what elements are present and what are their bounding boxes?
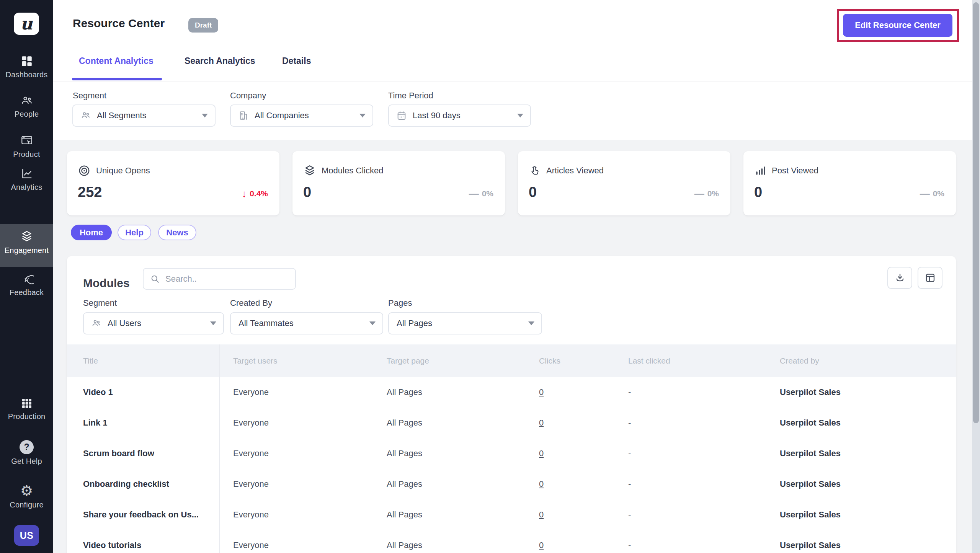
tab-content-analytics[interactable]: Content Analytics — [79, 56, 154, 66]
cell-title: Onboarding checklist — [83, 479, 169, 489]
modules-pages-value: All Pages — [397, 318, 432, 328]
tab-search-analytics[interactable]: Search Analytics — [185, 56, 255, 66]
download-icon — [894, 272, 906, 284]
clicks-link[interactable]: 0 — [539, 418, 544, 428]
sidebar-item-label: Production — [0, 412, 53, 421]
column-header-clicks: Clicks — [539, 356, 560, 365]
pill-help[interactable]: Help — [118, 225, 151, 240]
page-title: Resource Center — [73, 17, 165, 30]
clicks-link[interactable]: 0 — [539, 449, 544, 458]
cell-title: Video 1 — [83, 387, 113, 397]
sidebar-item-analytics[interactable]: Analytics — [0, 167, 53, 192]
modules-pages-select[interactable]: All Pages — [388, 312, 542, 334]
annotation-highlight-box: Edit Resource Center — [837, 9, 959, 42]
cell-created-by: Userpilot Sales — [780, 418, 841, 428]
building-icon — [238, 110, 249, 121]
cell-title: Share your feedback on Us... — [83, 510, 199, 520]
stat-card-delta: — 0% — [469, 189, 493, 199]
tap-icon — [529, 164, 541, 177]
table-row: Video tutorials Everyone All Pages 0 - U… — [67, 530, 956, 553]
modules-segment-select[interactable]: All Users — [83, 312, 224, 334]
cell-target-users: Everyone — [233, 449, 269, 458]
sidebar-item-dashboards[interactable]: Dashboards — [0, 55, 53, 79]
sidebar-item-label: Dashboards — [0, 70, 53, 79]
users-icon — [80, 110, 91, 121]
stat-card-label: Post Viewed — [772, 166, 818, 176]
tab-details[interactable]: Details — [282, 56, 311, 66]
feedback-bubble-icon — [0, 272, 53, 285]
table-row: Share your feedback on Us... Everyone Al… — [67, 499, 956, 530]
chevron-down-icon — [202, 114, 208, 117]
search-icon — [150, 274, 160, 284]
column-header-target-users: Target users — [233, 356, 278, 365]
column-header-last-clicked: Last clicked — [628, 356, 670, 365]
scrollbar-thumb[interactable] — [973, 2, 979, 423]
cell-target-page: All Pages — [387, 418, 422, 428]
clicks-link[interactable]: 0 — [539, 510, 544, 520]
pill-news[interactable]: News — [158, 225, 196, 240]
stat-card-modules-clicked: Modules Clicked 0 — 0% — [292, 151, 505, 215]
company-select-value: All Companies — [255, 111, 309, 121]
sidebar-item-get-help[interactable]: ? Get Help — [0, 440, 53, 466]
modules-segment-label: Segment — [83, 298, 117, 308]
header-divider — [53, 82, 980, 82]
sidebar-item-label: People — [0, 110, 53, 119]
scrollbar-track[interactable] — [972, 0, 980, 553]
column-header-title: Title — [83, 356, 98, 365]
stat-card-label: Unique Opens — [96, 166, 150, 176]
modules-search[interactable] — [143, 268, 296, 290]
chevron-down-icon — [528, 321, 534, 325]
sidebar-item-label: Feedback — [0, 288, 53, 297]
flat-dash-icon: — — [469, 189, 479, 199]
production-grid-icon — [0, 397, 53, 409]
cell-last-clicked: - — [628, 418, 631, 428]
cell-last-clicked: - — [628, 479, 631, 489]
cell-target-users: Everyone — [233, 540, 269, 550]
flat-dash-icon: — — [694, 189, 704, 199]
download-button[interactable] — [887, 267, 912, 289]
pill-home[interactable]: Home — [71, 225, 112, 240]
stat-card-delta: ↓ 0.4% — [242, 189, 268, 199]
columns-settings-button[interactable] — [918, 267, 942, 289]
sidebar-item-people[interactable]: People — [0, 94, 53, 119]
stat-card-unique-opens: Unique Opens 252 ↓ 0.4% — [67, 151, 279, 215]
sidebar-item-production[interactable]: Production — [0, 397, 53, 421]
cell-target-users: Everyone — [233, 387, 269, 397]
cell-last-clicked: - — [628, 387, 631, 397]
cell-target-page: All Pages — [387, 387, 422, 397]
stat-card-post-viewed: Post Viewed 0 — 0% — [743, 151, 956, 215]
cell-created-by: Userpilot Sales — [780, 510, 841, 520]
time-period-select[interactable]: Last 90 days — [388, 104, 531, 127]
cell-title: Scrum board flow — [83, 449, 154, 458]
company-select[interactable]: All Companies — [230, 104, 373, 127]
search-input[interactable] — [165, 274, 280, 284]
sidebar-item-product[interactable]: Product — [0, 134, 53, 159]
clicks-link[interactable]: 0 — [539, 387, 544, 397]
stat-card-value: 0 — [754, 184, 762, 201]
sidebar-item-configure[interactable]: ⚙ Configure — [0, 484, 53, 509]
sidebar-item-feedback[interactable]: Feedback — [0, 272, 53, 297]
stat-card-delta: — 0% — [920, 189, 944, 199]
cell-created-by: Userpilot Sales — [780, 540, 841, 550]
column-header-target-page: Target page — [387, 356, 429, 365]
segment-select[interactable]: All Segments — [72, 104, 216, 127]
cell-created-by: Userpilot Sales — [780, 449, 841, 458]
column-header-created-by: Created by — [780, 356, 819, 365]
stat-card-value: 0 — [303, 184, 311, 201]
clicks-link[interactable]: 0 — [539, 479, 544, 489]
edit-resource-center-button[interactable]: Edit Resource Center — [843, 14, 952, 37]
flat-dash-icon: — — [920, 189, 930, 199]
sidebar-item-label: Product — [0, 150, 53, 159]
userpilot-logo[interactable]: u — [14, 13, 39, 35]
clicks-link[interactable]: 0 — [539, 540, 544, 550]
table-row: Link 1 Everyone All Pages 0 - Userpilot … — [67, 408, 956, 438]
cell-target-page: All Pages — [387, 540, 422, 550]
table-header: Title Target users Target page Clicks La… — [67, 344, 956, 377]
cell-created-by: Userpilot Sales — [780, 387, 841, 397]
eye-disc-icon — [78, 164, 91, 177]
modules-created-by-select[interactable]: All Teammates — [230, 312, 383, 334]
cell-target-users: Everyone — [233, 510, 269, 520]
user-avatar[interactable]: US — [14, 525, 39, 546]
modules-created-by-value: All Teammates — [238, 318, 294, 328]
sidebar-item-engagement[interactable]: Engagement — [0, 230, 53, 255]
